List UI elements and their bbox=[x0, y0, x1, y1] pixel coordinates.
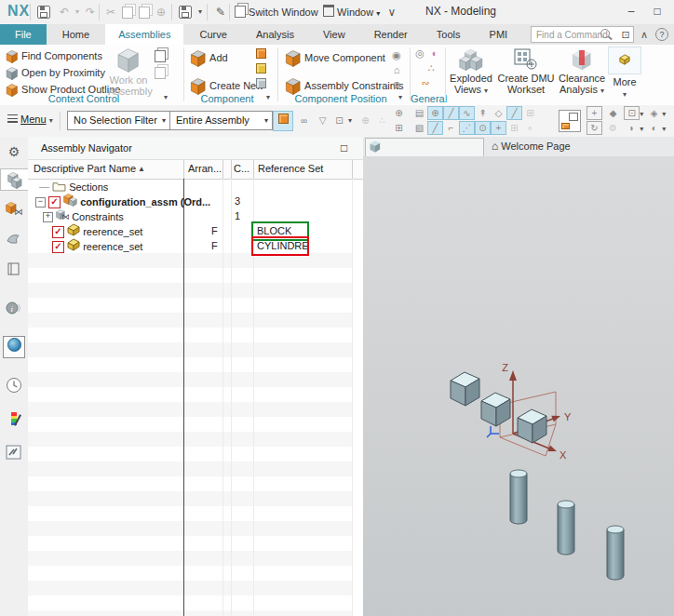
component-checkbox[interactable]: ✓ bbox=[52, 226, 64, 238]
selection-target-icon[interactable]: ⊕ bbox=[153, 5, 169, 20]
tab-tools[interactable]: Tools bbox=[424, 24, 474, 45]
minimize-button[interactable]: – bbox=[622, 4, 640, 20]
web-browser-tab[interactable] bbox=[3, 336, 25, 358]
true-shading-icon[interactable]: ◐ bbox=[646, 121, 662, 135]
redo-icon[interactable]: ↷ bbox=[82, 5, 99, 20]
resource-bar-options-icon[interactable]: ⚙ bbox=[4, 141, 24, 162]
fit-caret-icon[interactable]: ▾ bbox=[640, 110, 643, 118]
context-control-dialog-icon[interactable]: ▾ bbox=[164, 93, 168, 101]
tab-render[interactable]: Render bbox=[361, 24, 421, 45]
history-tab[interactable] bbox=[4, 377, 24, 397]
exploded-views-button[interactable]: Exploded Views ▾ bbox=[449, 48, 493, 97]
assembly-cut-icon[interactable] bbox=[253, 63, 268, 76]
filter-caret-icon[interactable]: ▾ bbox=[348, 116, 352, 125]
snap-corner-icon[interactable]: ⌐ bbox=[443, 121, 459, 135]
part-navigator-tab[interactable] bbox=[4, 230, 24, 250]
work-on-assembly-button[interactable]: Work on Assembly bbox=[108, 48, 149, 97]
snap-shaded-icon[interactable]: ▤ bbox=[411, 106, 427, 120]
switch-window-button[interactable]: Switch Window bbox=[235, 3, 318, 21]
qat-collapse-icon[interactable]: ∨ bbox=[384, 5, 400, 20]
cut-icon[interactable]: ✂ bbox=[102, 5, 119, 20]
pan-icon[interactable]: + bbox=[586, 106, 602, 120]
collapse-expander-icon[interactable]: − bbox=[35, 197, 46, 208]
tab-pmi[interactable]: PMI bbox=[477, 24, 521, 45]
mirror-assembly-icon[interactable] bbox=[253, 78, 268, 91]
tab-assemblies[interactable]: Assemblies bbox=[105, 24, 183, 45]
snap-polyline-icon[interactable]: ∿ bbox=[459, 106, 475, 120]
add-component-button[interactable]: Add bbox=[190, 50, 228, 65]
snap-tangent-icon[interactable]: ╱ bbox=[506, 106, 522, 120]
column-count[interactable]: C... bbox=[234, 160, 249, 178]
tab-home[interactable]: Home bbox=[49, 24, 102, 45]
cylinder-component-2[interactable] bbox=[558, 501, 574, 555]
save-icon[interactable] bbox=[35, 6, 52, 20]
menu-button[interactable]: Menu ▾ bbox=[7, 114, 53, 125]
tab-welcome-page[interactable]: ⌂ Welcome Page bbox=[486, 138, 579, 155]
shading-caret-icon[interactable]: ▾ bbox=[662, 125, 666, 133]
column-name[interactable]: Descriptive Part Name bbox=[34, 163, 136, 174]
component-dialog-icon[interactable]: ▾ bbox=[266, 93, 270, 101]
snap-pole-icon[interactable]: ↟ bbox=[475, 106, 491, 120]
rotate-view-icon[interactable]: ↻ bbox=[586, 121, 602, 135]
tab-curve[interactable]: Curve bbox=[187, 24, 240, 45]
remember-constraints-icon[interactable]: ⌂ bbox=[389, 63, 404, 76]
hd3d-tools-tab[interactable]: i bbox=[4, 301, 24, 321]
component-checkbox[interactable]: ✓ bbox=[48, 196, 61, 208]
column-reference-set[interactable]: Reference Set bbox=[258, 160, 323, 178]
tab-file[interactable]: File bbox=[0, 24, 47, 45]
block-component-1[interactable] bbox=[451, 372, 479, 406]
general-icon-4[interactable]: ∾ bbox=[418, 76, 433, 89]
copy-icon[interactable] bbox=[119, 7, 136, 21]
pattern-component-icon[interactable] bbox=[253, 48, 268, 61]
repaint-icon[interactable]: ✎ bbox=[212, 5, 229, 20]
block-component-3[interactable] bbox=[518, 409, 546, 443]
snap-point-cloud-icon[interactable]: ∘ bbox=[522, 121, 538, 135]
highlighted-component-filter-icon[interactable] bbox=[273, 111, 293, 131]
create-dmu-workset-button[interactable]: Create DMU Workset bbox=[497, 48, 555, 95]
snap-wire-icon[interactable]: ▧ bbox=[411, 121, 427, 135]
snap-enable-icon[interactable]: ⊕ bbox=[357, 114, 373, 127]
expand-expander-icon[interactable]: + bbox=[43, 212, 53, 222]
orient-view-icon[interactable]: ◈ bbox=[646, 106, 662, 120]
viewport-3d[interactable]: Z Y X bbox=[363, 156, 674, 616]
sort-ascending-icon[interactable]: ▲ bbox=[138, 160, 145, 178]
system-tools-tab[interactable] bbox=[4, 444, 24, 464]
fullscreen-icon[interactable]: ⊡ bbox=[618, 27, 633, 42]
snap-midpoint-icon[interactable]: ╱ bbox=[443, 106, 459, 120]
assembly-arrangements-icon[interactable]: ⊕ bbox=[389, 78, 404, 91]
load-options-icon[interactable] bbox=[155, 50, 166, 64]
more-button[interactable]: More ▾ bbox=[607, 47, 642, 100]
selection-filter-combo[interactable]: No Selection Filter▾ bbox=[67, 111, 170, 130]
help-icon[interactable]: ? bbox=[655, 28, 668, 41]
tab-analysis[interactable]: Analysis bbox=[243, 24, 307, 45]
collapse-ribbon-icon[interactable]: ∧ bbox=[637, 27, 652, 42]
shaded-view-icon[interactable]: ◆ bbox=[605, 106, 621, 120]
move-component-button[interactable]: Move Component bbox=[285, 50, 385, 65]
style-caret-icon[interactable]: ▾ bbox=[640, 125, 643, 133]
cylinder-component-1[interactable] bbox=[510, 470, 527, 524]
fit-view-icon[interactable]: ⊡ bbox=[624, 106, 640, 120]
open-by-proximity-button[interactable]: Open by Proximity bbox=[6, 65, 105, 80]
cylinder-component-3[interactable] bbox=[607, 526, 624, 580]
snap-points-icon[interactable]: ⋰ bbox=[459, 121, 475, 135]
column-arrangement[interactable]: Arran... bbox=[188, 160, 222, 178]
point-constructor-icon[interactable]: ⊞ bbox=[391, 121, 407, 135]
snap-center-icon[interactable]: ⊙ bbox=[475, 121, 491, 135]
clearance-analysis-button[interactable]: Clearance Analysis ▾ bbox=[559, 48, 605, 97]
component-copy-icon[interactable] bbox=[155, 67, 166, 81]
component-position-dialog-icon[interactable]: ▾ bbox=[398, 93, 402, 101]
gears-icon[interactable]: ⚙ bbox=[605, 121, 621, 135]
tree-row-configuration-assm[interactable]: − ✓ configuration_assm (Ord... 3 bbox=[28, 194, 353, 208]
snap-face-icon[interactable]: ⊞ bbox=[522, 106, 538, 120]
snap-pair-icon[interactable]: ∴ bbox=[374, 114, 390, 127]
find-components-button[interactable]: Find Components bbox=[6, 48, 102, 63]
general-icon-3[interactable]: ∴ bbox=[424, 61, 438, 74]
float-panel-button[interactable]: □ bbox=[341, 137, 347, 159]
point-on-curve-icon[interactable]: ⊕ bbox=[391, 106, 407, 120]
show-hide-constraints-icon[interactable]: ◉ bbox=[389, 48, 404, 61]
maximize-button[interactable]: □ bbox=[648, 4, 667, 20]
paste-icon[interactable] bbox=[136, 7, 153, 21]
filter-funnel-icon[interactable]: ▽ bbox=[315, 114, 330, 127]
tab-configuration-assm[interactable]: configuration_assm.prt × bbox=[365, 138, 484, 156]
general-icon-1[interactable]: ◎ bbox=[412, 47, 427, 60]
